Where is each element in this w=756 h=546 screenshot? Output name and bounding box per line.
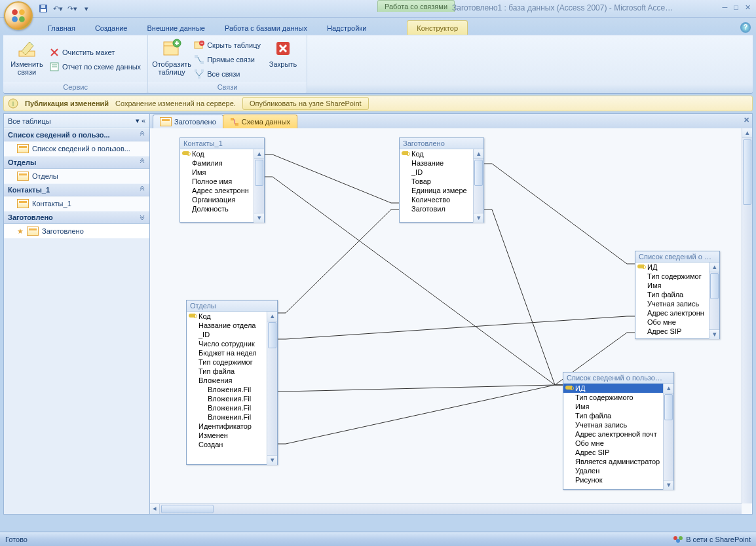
field[interactable]: Тип содержимог: [187, 357, 267, 367]
hide-table-button[interactable]: Скрыть таблицу: [191, 38, 263, 52]
field[interactable]: Единица измере: [400, 186, 473, 195]
publish-button[interactable]: Опубликовать на узле SharePoint: [242, 97, 369, 110]
doctab-zagotovleno[interactable]: Заготовлено: [153, 115, 223, 128]
field[interactable]: Адрес SIP: [635, 327, 709, 336]
field[interactable]: Полное имя: [180, 177, 254, 186]
relation-report-button[interactable]: Отчет по схеме данных: [47, 60, 143, 74]
nav-group-header[interactable]: Список сведений о пользо...: [4, 128, 149, 141]
field[interactable]: Тип файла: [635, 290, 709, 299]
field[interactable]: Код: [187, 312, 267, 321]
tab-external[interactable]: Внешние данные: [138, 20, 215, 35]
save-icon[interactable]: [38, 3, 48, 14]
tab-design[interactable]: Конструктор: [407, 20, 468, 35]
doctab-close-icon[interactable]: ✕: [744, 116, 749, 124]
field[interactable]: ИД: [563, 384, 663, 393]
field[interactable]: Адрес электронн: [635, 308, 709, 318]
table-window[interactable]: ОтделыКодНазвание отдела_IDЧисло сотрудн…: [186, 300, 278, 465]
direct-relations-button[interactable]: Прямые связи: [191, 52, 263, 67]
show-table-button[interactable]: Отобразить таблицу: [152, 37, 191, 82]
collapse-icon[interactable]: [139, 186, 145, 194]
field[interactable]: Товар: [400, 177, 473, 186]
table-title[interactable]: Список сведений о …: [635, 251, 719, 263]
field[interactable]: Организация: [180, 195, 254, 204]
field[interactable]: Вложения.Fil: [187, 403, 267, 412]
nav-header[interactable]: Все таблицы ▾ «: [4, 114, 149, 128]
field[interactable]: Обо мне: [635, 318, 709, 327]
field[interactable]: −Вложения: [187, 376, 267, 385]
field[interactable]: Тип содержимого: [563, 393, 663, 402]
field[interactable]: Вложения.Fil: [187, 385, 267, 394]
table-window[interactable]: Контакты_1КодФамилияИмяПолное имяАдрес э…: [180, 137, 265, 223]
field[interactable]: Вложения.Fil: [187, 412, 267, 422]
doctab-schema[interactable]: Схема данных: [223, 115, 297, 128]
relationships-canvas[interactable]: Контакты_1КодФамилияИмяПолное имяАдрес э…: [150, 128, 752, 514]
field[interactable]: Должность: [180, 204, 254, 213]
table-window[interactable]: ЗаготовленоКодНазвание_IDТоварЕдиница из…: [399, 137, 484, 223]
nav-item[interactable]: ★Заготовлено: [4, 224, 149, 238]
tab-dbtools[interactable]: Работа с базами данных: [215, 20, 317, 35]
qat-more-icon[interactable]: ▾: [81, 3, 92, 14]
nav-item[interactable]: Список сведений о пользов...: [4, 141, 149, 156]
table-title[interactable]: Отделы: [187, 300, 277, 312]
field[interactable]: Имя: [635, 281, 709, 290]
table-window[interactable]: Список сведений о пользо…ИДТип содержимо…: [563, 372, 674, 490]
nav-group-header[interactable]: Отделы: [4, 156, 149, 169]
field[interactable]: Адрес электронн: [180, 186, 254, 195]
v-scrollbar[interactable]: ▴: [742, 128, 752, 503]
minimize-button[interactable]: ─: [723, 3, 728, 12]
field[interactable]: Название: [400, 158, 473, 168]
tab-addins[interactable]: Надстройки: [317, 20, 376, 35]
field[interactable]: Создан: [187, 440, 267, 449]
field[interactable]: Учетная запись: [635, 299, 709, 308]
close-button[interactable]: ✕: [745, 3, 751, 12]
nav-item[interactable]: Контакты_1: [4, 196, 149, 211]
all-relations-button[interactable]: Все связи: [191, 67, 263, 81]
field[interactable]: Является администратор: [563, 457, 663, 466]
collapse-icon[interactable]: [139, 213, 145, 221]
table-scrollbar[interactable]: ▴▾: [663, 384, 673, 490]
restore-button[interactable]: □: [734, 3, 738, 12]
nav-group-header[interactable]: Контакты_1: [4, 183, 149, 196]
field[interactable]: Учетная запись: [563, 420, 663, 429]
chevron-down-icon[interactable]: ▾ «: [136, 117, 145, 125]
table-title[interactable]: Контакты_1: [180, 138, 264, 149]
table-scrollbar[interactable]: ▴▾: [709, 263, 719, 339]
field[interactable]: Вложения.Fil: [187, 394, 267, 403]
field[interactable]: Количество: [400, 195, 473, 204]
table-title[interactable]: Заготовлено: [400, 138, 483, 149]
field[interactable]: Бюджет на недел: [187, 348, 267, 357]
field[interactable]: Название отдела: [187, 321, 267, 330]
field[interactable]: Имя: [180, 168, 254, 177]
redo-icon[interactable]: ↷▾: [67, 3, 77, 14]
office-button[interactable]: [4, 1, 33, 30]
field[interactable]: Имя: [563, 402, 663, 411]
field[interactable]: Адрес SIP: [563, 448, 663, 457]
h-scrollbar[interactable]: ◂: [150, 503, 742, 514]
tab-home[interactable]: Главная: [38, 20, 85, 35]
table-window[interactable]: Список сведений о …ИДТип содержимогИмяТи…: [635, 251, 720, 339]
field[interactable]: Тип файла: [187, 367, 267, 376]
field[interactable]: Обо мне: [563, 439, 663, 448]
collapse-icon[interactable]: [139, 158, 145, 166]
tab-create[interactable]: Создание: [85, 20, 138, 35]
collapse-icon[interactable]: [139, 131, 145, 139]
field[interactable]: Адрес электронной почт: [563, 429, 663, 439]
table-title[interactable]: Список сведений о пользо…: [563, 373, 673, 384]
nav-item[interactable]: Отделы: [4, 169, 149, 183]
field[interactable]: Тип содержимог: [635, 272, 709, 281]
nav-group-header[interactable]: Заготовлено: [4, 211, 149, 224]
help-icon[interactable]: ?: [740, 22, 751, 33]
field[interactable]: _ID: [400, 168, 473, 177]
field[interactable]: Код: [180, 149, 254, 158]
table-scrollbar[interactable]: ▴▾: [267, 312, 277, 465]
clear-layout-button[interactable]: Очистить макет: [47, 45, 143, 60]
field[interactable]: Изменен: [187, 431, 267, 440]
close-relations-button[interactable]: Закрыть: [263, 37, 303, 82]
field[interactable]: Идентификатор: [187, 422, 267, 431]
field[interactable]: Фамилия: [180, 158, 254, 168]
field[interactable]: Рисунок: [563, 475, 663, 484]
field[interactable]: Код: [400, 149, 473, 158]
field[interactable]: Тип файла: [563, 411, 663, 420]
table-scrollbar[interactable]: ▴▾: [254, 149, 264, 223]
field[interactable]: ИД: [635, 263, 709, 272]
